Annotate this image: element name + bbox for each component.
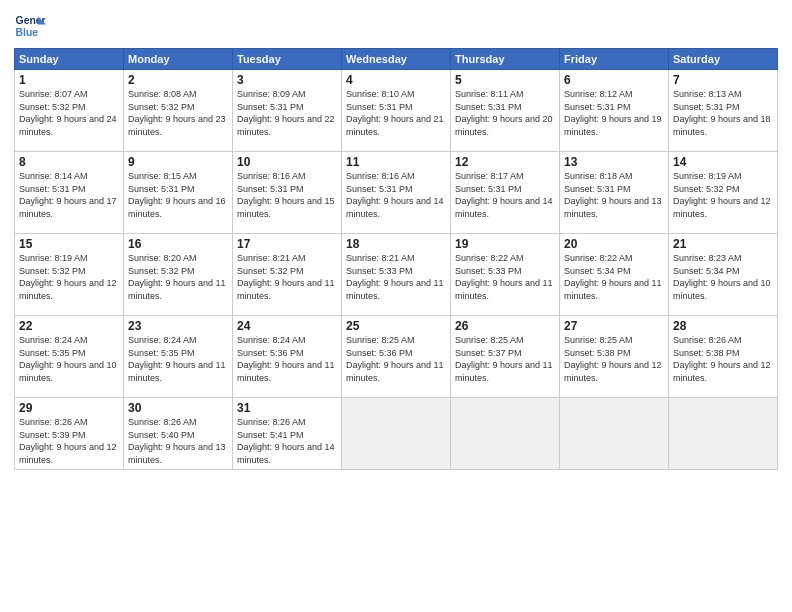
day-number: 17 xyxy=(237,237,337,251)
col-header-wednesday: Wednesday xyxy=(342,49,451,70)
day-info: Sunrise: 8:20 AMSunset: 5:32 PMDaylight:… xyxy=(128,253,226,301)
week-row-2: 15Sunrise: 8:19 AMSunset: 5:32 PMDayligh… xyxy=(15,234,778,316)
day-number: 19 xyxy=(455,237,555,251)
calendar-cell: 29Sunrise: 8:26 AMSunset: 5:39 PMDayligh… xyxy=(15,398,124,470)
day-info: Sunrise: 8:26 AMSunset: 5:38 PMDaylight:… xyxy=(673,335,771,383)
day-number: 18 xyxy=(346,237,446,251)
day-info: Sunrise: 8:25 AMSunset: 5:37 PMDaylight:… xyxy=(455,335,553,383)
calendar-cell: 9Sunrise: 8:15 AMSunset: 5:31 PMDaylight… xyxy=(124,152,233,234)
day-number: 2 xyxy=(128,73,228,87)
col-header-friday: Friday xyxy=(560,49,669,70)
day-info: Sunrise: 8:17 AMSunset: 5:31 PMDaylight:… xyxy=(455,171,553,219)
day-number: 26 xyxy=(455,319,555,333)
col-header-saturday: Saturday xyxy=(669,49,778,70)
day-info: Sunrise: 8:26 AMSunset: 5:39 PMDaylight:… xyxy=(19,417,117,465)
day-number: 20 xyxy=(564,237,664,251)
col-header-sunday: Sunday xyxy=(15,49,124,70)
day-number: 30 xyxy=(128,401,228,415)
calendar-cell: 4Sunrise: 8:10 AMSunset: 5:31 PMDaylight… xyxy=(342,70,451,152)
calendar-cell xyxy=(451,398,560,470)
day-number: 31 xyxy=(237,401,337,415)
week-row-3: 22Sunrise: 8:24 AMSunset: 5:35 PMDayligh… xyxy=(15,316,778,398)
day-number: 12 xyxy=(455,155,555,169)
day-number: 16 xyxy=(128,237,228,251)
day-number: 22 xyxy=(19,319,119,333)
calendar-cell: 23Sunrise: 8:24 AMSunset: 5:35 PMDayligh… xyxy=(124,316,233,398)
day-info: Sunrise: 8:19 AMSunset: 5:32 PMDaylight:… xyxy=(673,171,771,219)
day-number: 1 xyxy=(19,73,119,87)
day-number: 9 xyxy=(128,155,228,169)
day-number: 27 xyxy=(564,319,664,333)
day-info: Sunrise: 8:16 AMSunset: 5:31 PMDaylight:… xyxy=(346,171,444,219)
day-info: Sunrise: 8:18 AMSunset: 5:31 PMDaylight:… xyxy=(564,171,662,219)
day-info: Sunrise: 8:08 AMSunset: 5:32 PMDaylight:… xyxy=(128,89,226,137)
calendar-header-row: SundayMondayTuesdayWednesdayThursdayFrid… xyxy=(15,49,778,70)
col-header-tuesday: Tuesday xyxy=(233,49,342,70)
day-info: Sunrise: 8:10 AMSunset: 5:31 PMDaylight:… xyxy=(346,89,444,137)
calendar-cell: 11Sunrise: 8:16 AMSunset: 5:31 PMDayligh… xyxy=(342,152,451,234)
col-header-thursday: Thursday xyxy=(451,49,560,70)
day-number: 8 xyxy=(19,155,119,169)
logo-icon: General Blue xyxy=(14,10,46,42)
calendar-cell: 26Sunrise: 8:25 AMSunset: 5:37 PMDayligh… xyxy=(451,316,560,398)
day-info: Sunrise: 8:09 AMSunset: 5:31 PMDaylight:… xyxy=(237,89,335,137)
header: General Blue xyxy=(14,10,778,42)
day-info: Sunrise: 8:25 AMSunset: 5:38 PMDaylight:… xyxy=(564,335,662,383)
day-number: 5 xyxy=(455,73,555,87)
calendar-body: 1Sunrise: 8:07 AMSunset: 5:32 PMDaylight… xyxy=(15,70,778,470)
calendar-cell: 27Sunrise: 8:25 AMSunset: 5:38 PMDayligh… xyxy=(560,316,669,398)
calendar-cell: 3Sunrise: 8:09 AMSunset: 5:31 PMDaylight… xyxy=(233,70,342,152)
day-info: Sunrise: 8:26 AMSunset: 5:41 PMDaylight:… xyxy=(237,417,335,465)
calendar-table: SundayMondayTuesdayWednesdayThursdayFrid… xyxy=(14,48,778,470)
day-info: Sunrise: 8:11 AMSunset: 5:31 PMDaylight:… xyxy=(455,89,553,137)
day-number: 25 xyxy=(346,319,446,333)
calendar-cell xyxy=(342,398,451,470)
calendar-cell: 30Sunrise: 8:26 AMSunset: 5:40 PMDayligh… xyxy=(124,398,233,470)
calendar-cell: 19Sunrise: 8:22 AMSunset: 5:33 PMDayligh… xyxy=(451,234,560,316)
calendar-cell: 1Sunrise: 8:07 AMSunset: 5:32 PMDaylight… xyxy=(15,70,124,152)
day-number: 24 xyxy=(237,319,337,333)
calendar-cell: 31Sunrise: 8:26 AMSunset: 5:41 PMDayligh… xyxy=(233,398,342,470)
day-info: Sunrise: 8:21 AMSunset: 5:32 PMDaylight:… xyxy=(237,253,335,301)
day-number: 13 xyxy=(564,155,664,169)
day-info: Sunrise: 8:15 AMSunset: 5:31 PMDaylight:… xyxy=(128,171,226,219)
calendar-cell: 10Sunrise: 8:16 AMSunset: 5:31 PMDayligh… xyxy=(233,152,342,234)
calendar-cell: 21Sunrise: 8:23 AMSunset: 5:34 PMDayligh… xyxy=(669,234,778,316)
day-info: Sunrise: 8:22 AMSunset: 5:33 PMDaylight:… xyxy=(455,253,553,301)
day-info: Sunrise: 8:26 AMSunset: 5:40 PMDaylight:… xyxy=(128,417,226,465)
day-info: Sunrise: 8:19 AMSunset: 5:32 PMDaylight:… xyxy=(19,253,117,301)
calendar-cell: 18Sunrise: 8:21 AMSunset: 5:33 PMDayligh… xyxy=(342,234,451,316)
calendar-cell xyxy=(560,398,669,470)
col-header-monday: Monday xyxy=(124,49,233,70)
day-info: Sunrise: 8:23 AMSunset: 5:34 PMDaylight:… xyxy=(673,253,771,301)
calendar-cell: 17Sunrise: 8:21 AMSunset: 5:32 PMDayligh… xyxy=(233,234,342,316)
day-info: Sunrise: 8:12 AMSunset: 5:31 PMDaylight:… xyxy=(564,89,662,137)
calendar-cell: 20Sunrise: 8:22 AMSunset: 5:34 PMDayligh… xyxy=(560,234,669,316)
day-number: 4 xyxy=(346,73,446,87)
svg-text:Blue: Blue xyxy=(16,27,39,38)
calendar-cell: 8Sunrise: 8:14 AMSunset: 5:31 PMDaylight… xyxy=(15,152,124,234)
day-info: Sunrise: 8:24 AMSunset: 5:36 PMDaylight:… xyxy=(237,335,335,383)
page-container: General Blue SundayMondayTuesdayWednesda… xyxy=(0,0,792,478)
day-number: 15 xyxy=(19,237,119,251)
day-info: Sunrise: 8:14 AMSunset: 5:31 PMDaylight:… xyxy=(19,171,117,219)
calendar-cell: 13Sunrise: 8:18 AMSunset: 5:31 PMDayligh… xyxy=(560,152,669,234)
calendar-cell: 15Sunrise: 8:19 AMSunset: 5:32 PMDayligh… xyxy=(15,234,124,316)
day-info: Sunrise: 8:24 AMSunset: 5:35 PMDaylight:… xyxy=(19,335,117,383)
day-number: 6 xyxy=(564,73,664,87)
day-info: Sunrise: 8:07 AMSunset: 5:32 PMDaylight:… xyxy=(19,89,117,137)
calendar-cell: 24Sunrise: 8:24 AMSunset: 5:36 PMDayligh… xyxy=(233,316,342,398)
calendar-cell: 25Sunrise: 8:25 AMSunset: 5:36 PMDayligh… xyxy=(342,316,451,398)
calendar-cell: 7Sunrise: 8:13 AMSunset: 5:31 PMDaylight… xyxy=(669,70,778,152)
day-number: 3 xyxy=(237,73,337,87)
day-info: Sunrise: 8:13 AMSunset: 5:31 PMDaylight:… xyxy=(673,89,771,137)
calendar-cell: 14Sunrise: 8:19 AMSunset: 5:32 PMDayligh… xyxy=(669,152,778,234)
week-row-0: 1Sunrise: 8:07 AMSunset: 5:32 PMDaylight… xyxy=(15,70,778,152)
day-info: Sunrise: 8:21 AMSunset: 5:33 PMDaylight:… xyxy=(346,253,444,301)
week-row-4: 29Sunrise: 8:26 AMSunset: 5:39 PMDayligh… xyxy=(15,398,778,470)
day-number: 14 xyxy=(673,155,773,169)
calendar-cell xyxy=(669,398,778,470)
logo: General Blue xyxy=(14,10,46,42)
calendar-cell: 12Sunrise: 8:17 AMSunset: 5:31 PMDayligh… xyxy=(451,152,560,234)
day-info: Sunrise: 8:24 AMSunset: 5:35 PMDaylight:… xyxy=(128,335,226,383)
